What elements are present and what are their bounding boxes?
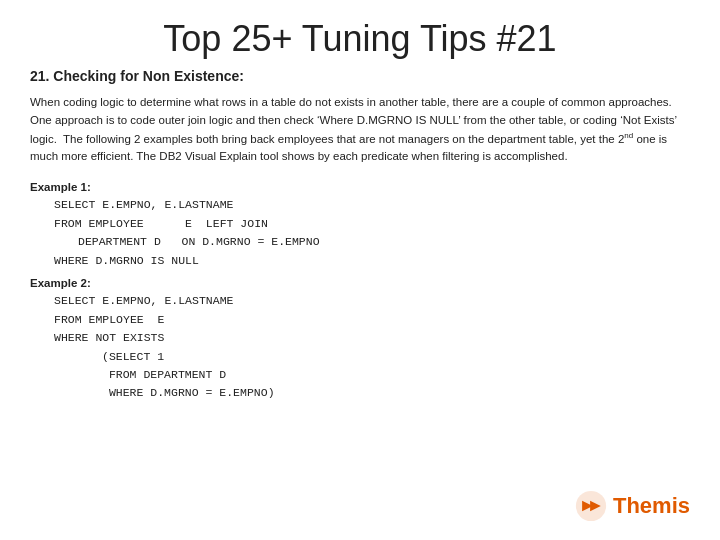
body-paragraph: When coding logic to determine what rows… [30, 94, 690, 166]
example2-code: SELECT E.EMPNO, E.LASTNAME FROM EMPLOYEE… [30, 292, 690, 402]
themis-logo-icon [575, 490, 607, 522]
code-line: WHERE NOT EXISTS [54, 329, 690, 347]
code-line: WHERE D.MGRNO IS NULL [54, 252, 690, 270]
code-line: FROM EMPLOYEE E [54, 311, 690, 329]
page: Top 25+ Tuning Tips #21 21. Checking for… [0, 0, 720, 540]
example2-label: Example 2: [30, 274, 690, 292]
section-subtitle: 21. Checking for Non Existence: [30, 68, 690, 84]
code-line: WHERE D.MGRNO = E.EMPNO) [54, 384, 690, 402]
code-line: DEPARTMENT D ON D.MGRNO = E.EMPNO [54, 233, 690, 251]
logo-area: Themis [575, 490, 690, 522]
code-line: (SELECT 1 [54, 348, 690, 366]
logo-text: Themis [613, 493, 690, 519]
examples-block: Example 1: SELECT E.EMPNO, E.LASTNAME FR… [30, 178, 690, 403]
example1-label: Example 1: [30, 178, 690, 196]
code-line: FROM DEPARTMENT D [54, 366, 690, 384]
example1-code: SELECT E.EMPNO, E.LASTNAME FROM EMPLOYEE… [30, 196, 690, 270]
code-line: SELECT E.EMPNO, E.LASTNAME [54, 196, 690, 214]
page-title: Top 25+ Tuning Tips #21 [30, 18, 690, 60]
code-line: SELECT E.EMPNO, E.LASTNAME [54, 292, 690, 310]
code-line: FROM EMPLOYEE E LEFT JOIN [54, 215, 690, 233]
